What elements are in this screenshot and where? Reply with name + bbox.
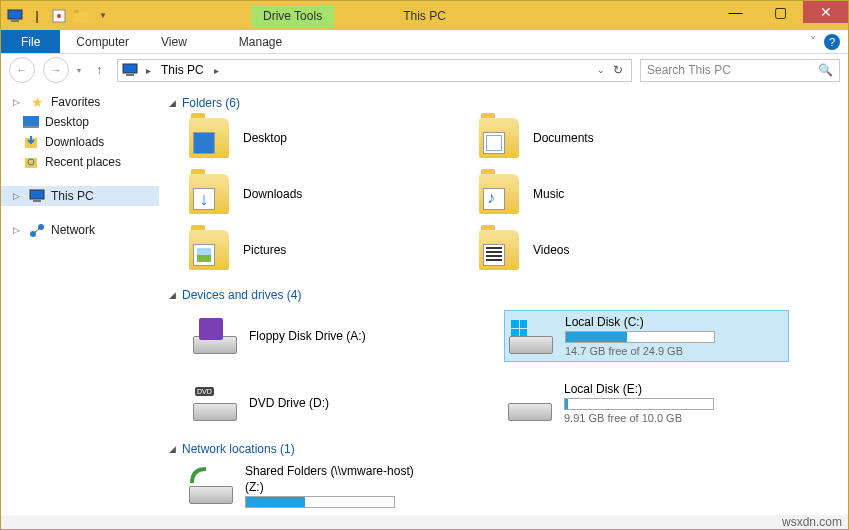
svg-line-17 xyxy=(34,228,40,233)
contextual-tab-label: Drive Tools xyxy=(251,5,334,27)
nav-label: Desktop xyxy=(45,115,89,129)
star-icon: ★ xyxy=(29,94,45,110)
address-dropdown-icon[interactable]: ⌄ xyxy=(597,65,605,75)
drives-grid: Floppy Disk Drive (A:) Local Disk (C:) 1… xyxy=(169,310,789,428)
window-controls: — ▢ ✕ xyxy=(713,1,848,30)
body: ▷ ★ Favorites Desktop Downloads Recent p… xyxy=(1,86,848,515)
folder-downloads[interactable]: Downloads xyxy=(189,174,419,214)
maximize-button[interactable]: ▢ xyxy=(758,1,803,23)
svg-rect-8 xyxy=(23,116,39,126)
capacity-bar xyxy=(564,398,714,410)
nav-item-thispc[interactable]: ▷ This PC xyxy=(1,186,159,206)
qat-divider: | xyxy=(29,8,45,24)
drive-label: Local Disk (E:) xyxy=(564,382,785,396)
capacity-bar xyxy=(245,496,395,508)
title-bar: | ▼ Drive Tools This PC — ▢ ✕ xyxy=(1,1,848,30)
svg-rect-1 xyxy=(11,20,19,22)
nav-item-recent[interactable]: Recent places xyxy=(1,152,159,172)
thispc-icon xyxy=(29,188,45,204)
drive-label: DVD Drive (D:) xyxy=(249,396,470,410)
new-folder-icon[interactable] xyxy=(73,8,89,24)
folder-label: Downloads xyxy=(243,187,302,201)
nav-label: Favorites xyxy=(51,95,100,109)
drive-floppy[interactable]: Floppy Disk Drive (A:) xyxy=(189,310,474,362)
drive-letter: (Z:) xyxy=(245,480,838,494)
drive-c[interactable]: Local Disk (C:) 14.7 GB free of 24.9 GB xyxy=(504,310,789,362)
folder-videos[interactable]: Videos xyxy=(479,230,709,270)
up-button[interactable]: ↑ xyxy=(89,60,109,80)
nav-label: Recent places xyxy=(45,155,121,169)
qat-dropdown-icon[interactable]: ▼ xyxy=(95,8,111,24)
forward-button[interactable]: → xyxy=(43,57,69,83)
collapse-icon[interactable]: ◢ xyxy=(169,290,176,300)
watermark: wsxdn.com xyxy=(782,515,842,529)
drive-e[interactable]: Local Disk (E:) 9.91 GB free of 10.0 GB xyxy=(504,378,789,428)
downloads-icon xyxy=(23,134,39,150)
history-dropdown-icon[interactable]: ▾ xyxy=(77,66,81,75)
minimize-button[interactable]: — xyxy=(713,1,758,23)
svg-rect-14 xyxy=(33,200,41,202)
collapse-icon[interactable]: ▷ xyxy=(13,225,23,235)
drive-freespace: 9.91 GB free of 10.0 GB xyxy=(564,412,785,424)
collapse-icon[interactable]: ▷ xyxy=(13,97,23,107)
help-icon[interactable]: ? xyxy=(824,34,840,50)
network-icon xyxy=(29,222,45,238)
folder-documents[interactable]: Documents xyxy=(479,118,709,158)
crumb-arrow-icon[interactable]: ▸ xyxy=(210,65,223,76)
nav-item-downloads[interactable]: Downloads xyxy=(1,132,159,152)
content-pane: ◢ Folders (6) Desktop Documents Download… xyxy=(159,86,848,515)
nav-label: Network xyxy=(51,223,95,237)
section-network-header[interactable]: ◢ Network locations (1) xyxy=(169,442,838,456)
folder-icon xyxy=(189,174,229,214)
folder-icon xyxy=(479,118,519,158)
ribbon-tabs: File Computer View Manage ˅ ? xyxy=(1,30,848,54)
search-icon[interactable]: 🔍 xyxy=(818,63,833,77)
folder-label: Documents xyxy=(533,131,594,145)
floppy-icon xyxy=(193,318,237,354)
collapse-icon[interactable]: ◢ xyxy=(169,444,176,454)
nav-item-desktop[interactable]: Desktop xyxy=(1,112,159,132)
folder-desktop[interactable]: Desktop xyxy=(189,118,419,158)
section-label: Network locations (1) xyxy=(182,442,295,456)
network-drive-icon xyxy=(189,468,233,504)
window-title: This PC xyxy=(403,9,446,23)
collapse-ribbon-icon[interactable]: ˅ xyxy=(810,35,816,49)
drive-dvd[interactable]: DVD DVD Drive (D:) xyxy=(189,378,474,428)
address-bar[interactable]: ▸ This PC ▸ ⌄ ↻ xyxy=(117,59,632,82)
thispc-icon[interactable] xyxy=(7,8,23,24)
address-row: ← → ▾ ↑ ▸ This PC ▸ ⌄ ↻ Search This PC 🔍 xyxy=(1,54,848,86)
folder-label: Music xyxy=(533,187,564,201)
dvd-icon: DVD xyxy=(193,385,237,421)
folder-music[interactable]: Music xyxy=(479,174,709,214)
collapse-icon[interactable]: ◢ xyxy=(169,98,176,108)
svg-rect-0 xyxy=(8,10,22,19)
back-button[interactable]: ← xyxy=(9,57,35,83)
svg-point-3 xyxy=(57,14,61,18)
folder-icon xyxy=(479,174,519,214)
collapse-icon[interactable]: ▷ xyxy=(13,191,23,201)
file-tab[interactable]: File xyxy=(1,30,60,53)
crumb-arrow-icon[interactable]: ▸ xyxy=(142,65,155,76)
properties-icon[interactable] xyxy=(51,8,67,24)
svg-rect-5 xyxy=(74,10,79,13)
recent-icon xyxy=(23,154,39,170)
section-folders-header[interactable]: ◢ Folders (6) xyxy=(169,96,838,110)
section-label: Folders (6) xyxy=(182,96,240,110)
nav-favorites-header[interactable]: ▷ ★ Favorites xyxy=(1,92,159,112)
tab-view[interactable]: View xyxy=(145,30,203,53)
network-share-z[interactable]: Shared Folders (\\vmware-host) (Z:) xyxy=(189,464,838,508)
tab-manage[interactable]: Manage xyxy=(223,30,298,53)
search-input[interactable]: Search This PC 🔍 xyxy=(640,59,840,82)
folder-label: Desktop xyxy=(243,131,287,145)
breadcrumb-thispc[interactable]: This PC xyxy=(159,63,206,77)
folder-label: Pictures xyxy=(243,243,286,257)
quick-access-toolbar: | ▼ xyxy=(1,8,117,24)
section-devices-header[interactable]: ◢ Devices and drives (4) xyxy=(169,288,838,302)
refresh-icon[interactable]: ↻ xyxy=(613,63,623,77)
svg-rect-9 xyxy=(23,126,39,128)
navigation-pane: ▷ ★ Favorites Desktop Downloads Recent p… xyxy=(1,86,159,515)
close-button[interactable]: ✕ xyxy=(803,1,848,23)
nav-item-network[interactable]: ▷ Network xyxy=(1,220,159,240)
tab-computer[interactable]: Computer xyxy=(60,30,145,53)
folder-pictures[interactable]: Pictures xyxy=(189,230,419,270)
